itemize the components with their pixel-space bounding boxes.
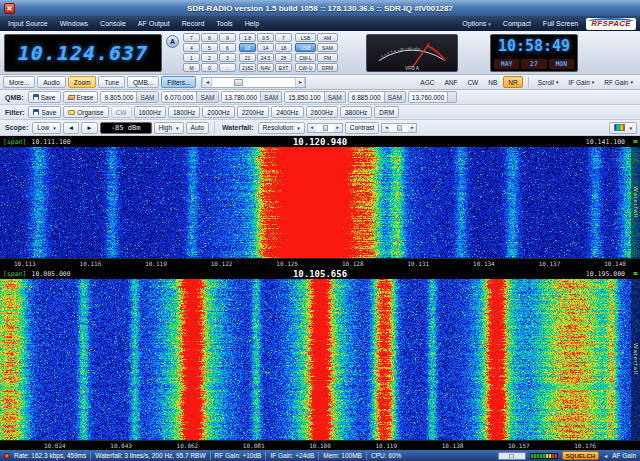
menu-help[interactable]: Help: [239, 16, 265, 31]
band-18[interactable]: 18: [275, 43, 292, 52]
vfo-a-button[interactable]: A: [166, 35, 179, 48]
panel-menu-icon[interactable]: ≡: [633, 270, 638, 278]
mode-lsb[interactable]: LSB: [295, 33, 316, 42]
panel-menu-icon[interactable]: ≡: [633, 138, 638, 146]
contrast-slider-track[interactable]: [390, 124, 408, 132]
mode-drm[interactable]: DRM: [317, 63, 338, 72]
mode-cw-l[interactable]: CW-L: [295, 53, 316, 62]
waterfall1-side-tab[interactable]: Waterfall: [631, 147, 640, 258]
waterfall2-canvas[interactable]: [0, 279, 640, 440]
keypad-digit-7[interactable]: 7: [183, 33, 200, 42]
mode-am[interactable]: AM: [317, 33, 338, 42]
waterfall2-display[interactable]: Waterfall: [0, 279, 640, 440]
menu-input-source[interactable]: Input Source: [2, 16, 54, 31]
contrast-slider-thumb[interactable]: [397, 125, 402, 131]
slider-left-arrow-icon[interactable]: ◄: [382, 124, 390, 132]
waterfall2-side-tab[interactable]: Waterfall: [631, 279, 640, 440]
qmb-memory-4[interactable]: 15.850.100 SAM: [284, 91, 346, 103]
slider-left-arrow-icon[interactable]: ◄: [308, 124, 316, 132]
slider-left-arrow-icon[interactable]: ◄: [202, 78, 212, 87]
keypad-digit-2[interactable]: 2: [201, 53, 218, 62]
keypad-digit-9[interactable]: 9: [219, 33, 236, 42]
filters-button[interactable]: Filters...: [161, 76, 196, 88]
qmb-memory-6[interactable]: 13.760.000: [408, 91, 458, 103]
keypad-memory-button[interactable]: M: [183, 63, 200, 72]
scroll-dropdown[interactable]: Scroll ▾: [534, 76, 563, 88]
filter-3800hz[interactable]: 3800Hz: [340, 106, 372, 118]
band-21[interactable]: 21: [239, 53, 256, 62]
band-1-8[interactable]: 1.8: [239, 33, 256, 42]
keypad-digit-3[interactable]: 3: [219, 53, 236, 62]
scope-step-down-button[interactable]: ◄: [63, 122, 79, 134]
filter-1600hz[interactable]: 1600Hz: [134, 106, 166, 118]
organise-button[interactable]: Organise: [63, 106, 108, 118]
filter-2400hz[interactable]: 2400Hz: [271, 106, 303, 118]
more-button[interactable]: More...: [3, 76, 35, 88]
keypad-digit-5[interactable]: 5: [201, 43, 218, 52]
scope-auto-button[interactable]: Auto: [186, 122, 209, 134]
zoom-button[interactable]: Zoom: [68, 76, 97, 88]
band-7[interactable]: 7: [275, 33, 292, 42]
cw-toggle[interactable]: CW: [463, 76, 482, 88]
waterfall1-display[interactable]: Waterfall: [0, 147, 640, 258]
volume-slider-track[interactable]: [499, 453, 525, 459]
slider-right-arrow-icon[interactable]: ►: [334, 124, 342, 132]
contrast-slider[interactable]: ◄ ►: [381, 123, 417, 133]
contrast-button[interactable]: Contrast: [345, 122, 380, 134]
mode-fm[interactable]: FM: [317, 53, 338, 62]
qmb-memory-5[interactable]: 6.885.000 SAM: [348, 91, 406, 103]
menu-options[interactable]: Options ▾: [456, 16, 497, 31]
keypad-digit-6[interactable]: 6: [219, 43, 236, 52]
slider-right-arrow-icon[interactable]: ►: [295, 78, 305, 87]
resolution-slider-thumb[interactable]: [323, 125, 328, 131]
slider-right-arrow-icon[interactable]: ►: [408, 124, 416, 132]
mode-usb[interactable]: USB: [295, 43, 316, 52]
mode-cw-u[interactable]: CW-U: [295, 63, 316, 72]
band-2182[interactable]: 2182: [239, 63, 256, 72]
filter-2600hz[interactable]: 2600Hz: [306, 106, 338, 118]
resolution-dropdown[interactable]: Resolution ▾: [258, 122, 305, 134]
menu-windows[interactable]: Windows: [54, 16, 94, 31]
audio-button[interactable]: Audio: [37, 76, 66, 88]
resolution-slider-track[interactable]: [316, 124, 334, 132]
keypad-digit-0[interactable]: 0: [201, 63, 218, 72]
tuning-slider-thumb[interactable]: [234, 79, 243, 86]
close-button[interactable]: ✕: [4, 3, 15, 14]
qmb-button[interactable]: QMB...: [127, 76, 159, 88]
nr-toggle[interactable]: NR: [503, 76, 522, 88]
scope-step-up-button[interactable]: ►: [81, 122, 97, 134]
menu-full-screen[interactable]: Full Screen: [537, 16, 584, 31]
scope-high-dropdown[interactable]: High ▾: [154, 122, 184, 134]
keypad-digit-1[interactable]: 1: [183, 53, 200, 62]
filter-cw-button[interactable]: CW: [111, 106, 132, 118]
resolution-slider[interactable]: ◄ ►: [307, 123, 343, 133]
filter-save-button[interactable]: Save: [28, 106, 61, 118]
filter-2200hz[interactable]: 2200Hz: [237, 106, 269, 118]
tuning-slider[interactable]: ◄ ►: [201, 77, 306, 88]
band-28[interactable]: 28: [275, 53, 292, 62]
volume-slider[interactable]: [498, 452, 526, 460]
rf-gain-dropdown[interactable]: RF Gain ▾: [600, 76, 637, 88]
menu-record[interactable]: Record: [176, 16, 211, 31]
anf-toggle[interactable]: ANF: [440, 76, 461, 88]
palette-button[interactable]: ▾: [609, 122, 637, 134]
menu-console[interactable]: Console: [94, 16, 132, 31]
tune-button[interactable]: Tune: [98, 76, 125, 88]
waterfall1-canvas[interactable]: [0, 147, 640, 258]
nb-toggle[interactable]: NB: [484, 76, 501, 88]
menu-tools[interactable]: Tools: [210, 16, 238, 31]
qmb-memory-1[interactable]: 9.805.000 SAM: [100, 91, 158, 103]
band-24-5[interactable]: 24.5: [257, 53, 274, 62]
band-14[interactable]: 14: [257, 43, 274, 52]
filter-1800hz[interactable]: 1800Hz: [168, 106, 200, 118]
frequency-display[interactable]: 10.124.637: [4, 34, 162, 72]
if-gain-dropdown[interactable]: IF Gain ▾: [564, 76, 598, 88]
af-gain-arrow-icon[interactable]: ◄: [603, 453, 608, 459]
menu-compact[interactable]: Compact: [497, 16, 537, 31]
agc-toggle[interactable]: AGC: [416, 76, 438, 88]
qmb-save-button[interactable]: Save: [28, 91, 61, 103]
keypad-digit-4[interactable]: 4: [183, 43, 200, 52]
band-nav[interactable]: NAV: [257, 63, 274, 72]
filter-drm[interactable]: DRM: [374, 106, 399, 118]
scope-low-dropdown[interactable]: Low ▾: [32, 122, 60, 134]
